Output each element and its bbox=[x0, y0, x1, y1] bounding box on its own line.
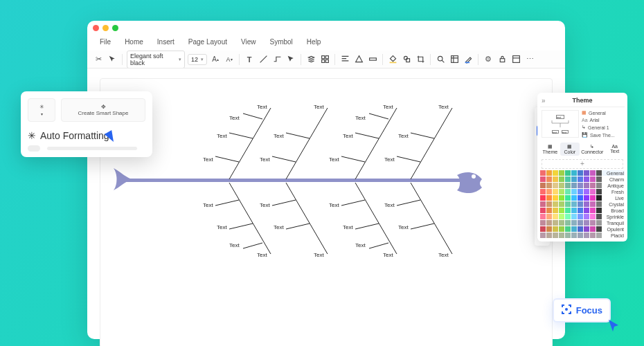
tab-text[interactable]: AaText bbox=[605, 143, 625, 156]
bone-label[interactable]: Text bbox=[383, 252, 393, 258]
bone-label[interactable]: Text bbox=[274, 224, 284, 230]
crop-icon[interactable] bbox=[415, 54, 426, 65]
color-swatch[interactable] bbox=[571, 183, 577, 188]
color-swatch[interactable] bbox=[540, 176, 546, 182]
bone-label[interactable]: Text bbox=[217, 224, 227, 230]
bone-label[interactable]: Text bbox=[355, 242, 366, 248]
color-swatch[interactable] bbox=[565, 201, 571, 207]
color-swatch[interactable] bbox=[565, 176, 571, 182]
color-swatch[interactable] bbox=[559, 201, 564, 207]
color-swatch[interactable] bbox=[584, 201, 589, 207]
color-swatch[interactable] bbox=[559, 183, 564, 188]
color-swatch[interactable] bbox=[559, 176, 564, 182]
palette-row[interactable]: Live bbox=[540, 195, 625, 201]
color-swatch[interactable] bbox=[546, 189, 552, 194]
color-swatch[interactable] bbox=[584, 189, 589, 194]
bone-label[interactable]: Text bbox=[383, 104, 393, 110]
color-swatch[interactable] bbox=[578, 220, 583, 226]
bone-label[interactable]: Text bbox=[203, 156, 213, 163]
color-swatch[interactable] bbox=[559, 189, 564, 194]
color-swatch[interactable] bbox=[596, 170, 602, 176]
color-swatch[interactable] bbox=[546, 220, 552, 226]
color-swatch[interactable] bbox=[578, 176, 583, 182]
palette-row[interactable]: Broad bbox=[540, 208, 625, 213]
palette-row[interactable]: Sprinkle bbox=[540, 214, 625, 219]
bone-label[interactable]: Text bbox=[398, 224, 409, 230]
color-swatch[interactable] bbox=[584, 195, 589, 201]
pointer-icon[interactable] bbox=[107, 54, 118, 65]
color-swatch[interactable] bbox=[546, 226, 552, 232]
bone-label[interactable]: Text bbox=[329, 202, 339, 208]
color-swatch[interactable] bbox=[546, 201, 552, 207]
color-swatch[interactable] bbox=[590, 189, 596, 194]
bone-label[interactable]: Text bbox=[343, 224, 353, 230]
color-swatch[interactable] bbox=[578, 195, 583, 201]
bone-label[interactable]: Text bbox=[329, 156, 339, 163]
bone-label[interactable]: Text bbox=[384, 202, 395, 208]
color-swatch[interactable] bbox=[540, 189, 546, 194]
color-swatch[interactable] bbox=[540, 208, 546, 213]
menu-file[interactable]: File bbox=[93, 36, 118, 48]
color-swatch[interactable] bbox=[553, 208, 558, 213]
color-swatch[interactable] bbox=[559, 208, 564, 213]
bone-label[interactable]: Text bbox=[217, 133, 227, 139]
connector-tool-icon[interactable] bbox=[271, 54, 283, 65]
bone-label[interactable]: Text bbox=[343, 133, 353, 139]
close-icon[interactable] bbox=[93, 25, 99, 31]
spark-select[interactable]: ✳ ▾ bbox=[28, 98, 55, 122]
color-swatch[interactable] bbox=[553, 183, 558, 188]
color-swatch[interactable] bbox=[596, 233, 602, 238]
color-swatch[interactable] bbox=[553, 170, 558, 176]
color-swatch[interactable] bbox=[553, 220, 558, 226]
color-swatch[interactable] bbox=[565, 233, 571, 238]
color-swatch[interactable] bbox=[571, 233, 577, 238]
font-size-select[interactable]: 12▾ bbox=[188, 54, 207, 65]
color-swatch[interactable] bbox=[596, 226, 602, 232]
color-swatch[interactable] bbox=[596, 201, 602, 207]
menu-view[interactable]: View bbox=[234, 36, 263, 48]
bone-label[interactable]: Text bbox=[384, 156, 395, 163]
color-swatch[interactable] bbox=[571, 176, 577, 182]
bone-label[interactable]: Text bbox=[274, 133, 284, 139]
line-tool-icon[interactable] bbox=[258, 54, 269, 65]
color-swatch[interactable] bbox=[571, 195, 577, 201]
palette-row[interactable]: Crystal bbox=[540, 201, 625, 207]
font-decrease-icon[interactable]: A▾ bbox=[224, 54, 235, 65]
color-swatch[interactable] bbox=[540, 201, 546, 207]
color-swatch[interactable] bbox=[540, 195, 546, 201]
palette-row[interactable]: Antique bbox=[540, 183, 625, 188]
color-swatch[interactable] bbox=[540, 226, 546, 232]
color-swatch[interactable] bbox=[540, 214, 546, 219]
color-swatch[interactable] bbox=[584, 208, 589, 213]
bone-label[interactable]: Text bbox=[260, 202, 270, 208]
color-swatch[interactable] bbox=[559, 226, 564, 232]
bone-label[interactable]: Text bbox=[355, 115, 366, 121]
color-swatch[interactable] bbox=[559, 214, 564, 219]
color-swatch[interactable] bbox=[596, 189, 602, 194]
color-swatch[interactable] bbox=[590, 208, 596, 213]
fill-color-icon[interactable] bbox=[387, 54, 398, 65]
color-swatch[interactable] bbox=[546, 176, 552, 182]
color-swatch[interactable] bbox=[590, 201, 596, 207]
color-swatch[interactable] bbox=[559, 220, 564, 226]
menu-page-layout[interactable]: Page Layout bbox=[181, 36, 234, 48]
font-family-select[interactable]: Elegant soft black▾ bbox=[127, 51, 185, 69]
color-swatch[interactable] bbox=[584, 233, 589, 238]
color-swatch[interactable] bbox=[584, 183, 589, 188]
color-swatch[interactable] bbox=[546, 214, 552, 219]
bone-label[interactable]: Text bbox=[438, 104, 449, 110]
color-swatch[interactable] bbox=[590, 220, 596, 226]
color-swatch[interactable] bbox=[590, 195, 596, 201]
palette-row[interactable]: Charm bbox=[540, 176, 625, 182]
color-swatch[interactable] bbox=[596, 214, 602, 219]
color-swatch[interactable] bbox=[565, 170, 571, 176]
font-increase-icon[interactable]: A▴ bbox=[210, 54, 221, 65]
color-swatch[interactable] bbox=[584, 170, 589, 176]
tab-color[interactable]: ▦Color bbox=[560, 143, 580, 156]
menu-help[interactable]: Help bbox=[300, 36, 328, 48]
color-swatch[interactable] bbox=[571, 226, 577, 232]
color-swatch[interactable] bbox=[590, 233, 596, 238]
text-tool-icon[interactable]: T bbox=[244, 54, 255, 65]
bone-label[interactable]: Text bbox=[260, 156, 270, 163]
color-swatch[interactable] bbox=[571, 220, 577, 226]
